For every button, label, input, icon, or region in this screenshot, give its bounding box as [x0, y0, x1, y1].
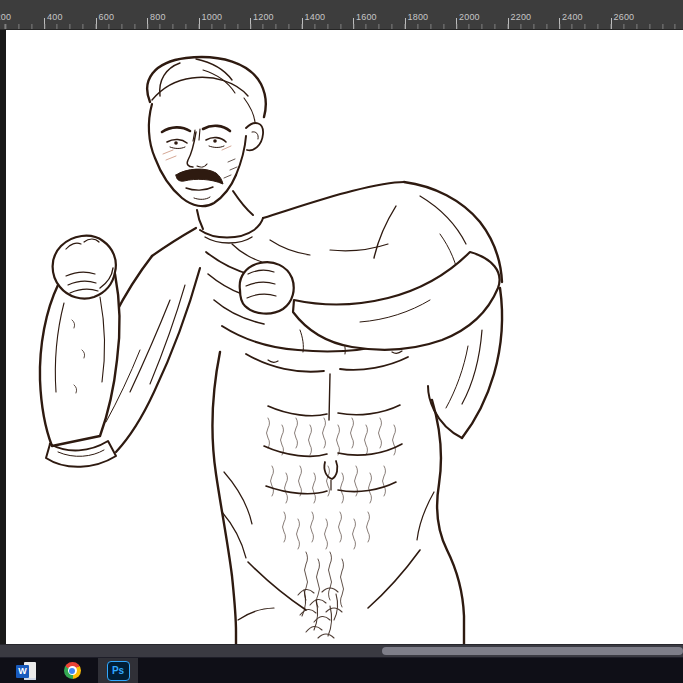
taskbar-word-button[interactable]: W	[6, 658, 46, 683]
artwork-line-drawing	[0, 30, 683, 644]
ruler-tick: 2400	[559, 0, 611, 29]
horizontal-ruler[interactable]: 2004006008001000120014001600180020002200…	[0, 0, 683, 30]
ruler-tick: 1200	[250, 0, 302, 29]
body-hair-texture	[267, 418, 396, 607]
canvas-area[interactable]	[0, 30, 683, 644]
ruler-tick: 400	[44, 0, 96, 29]
word-icon: W	[16, 662, 36, 680]
photoshop-icon: Ps	[107, 661, 130, 681]
ruler-tick: 200	[0, 0, 45, 29]
ruler-tick: 1000	[199, 0, 251, 29]
taskbar-photoshop-button[interactable]: Ps	[98, 658, 138, 683]
ruler-tick: 2200	[508, 0, 560, 29]
taskbar-chrome-button[interactable]	[52, 658, 92, 683]
ruler-tick: 600	[96, 0, 148, 29]
photoshop-window: 2004006008001000120014001600180020002200…	[0, 0, 683, 683]
chrome-icon	[64, 662, 81, 679]
horizontal-scrollbar[interactable]	[0, 644, 683, 657]
word-logo-glyph: W	[16, 665, 29, 678]
canvas-left-edge	[0, 30, 6, 644]
ruler-tick: 800	[147, 0, 199, 29]
ruler-tick: 2000	[456, 0, 508, 29]
ruler-tick: 1600	[353, 0, 405, 29]
ruler-tick: 1400	[302, 0, 354, 29]
ruler-tick: 2600	[611, 0, 663, 29]
windows-taskbar: W Ps	[0, 657, 683, 683]
scrollbar-thumb[interactable]	[382, 647, 683, 655]
ruler-tick: 1800	[405, 0, 457, 29]
